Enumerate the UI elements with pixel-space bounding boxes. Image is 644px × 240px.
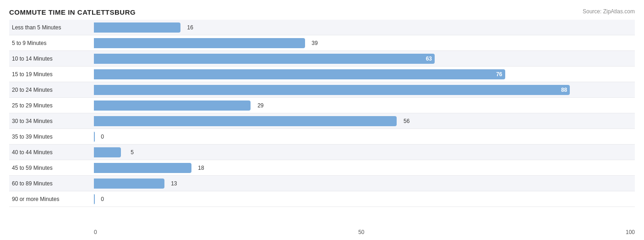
- bar-row: 45 to 59 Minutes18: [9, 160, 635, 176]
- bar-track: 18: [94, 160, 635, 175]
- x-tick: 100: [626, 229, 635, 235]
- bar-value: 76: [496, 71, 502, 78]
- bar-fill: 16: [94, 22, 180, 33]
- bar-track: 56: [94, 113, 635, 128]
- bar-row: 5 to 9 Minutes39: [9, 35, 635, 51]
- bar-label: 60 to 89 Minutes: [9, 180, 94, 187]
- bar-value: 29: [257, 102, 263, 109]
- bar-fill: 56: [94, 116, 397, 126]
- bar-track: 39: [94, 35, 635, 50]
- bar-label: 15 to 19 Minutes: [9, 71, 94, 78]
- bar-track: 29: [94, 98, 635, 113]
- bar-row: 25 to 29 Minutes29: [9, 98, 635, 113]
- bar-track: 0: [94, 129, 635, 144]
- bar-value: 18: [198, 165, 204, 171]
- x-tick: 50: [358, 229, 364, 235]
- bar-fill: 39: [94, 38, 305, 48]
- chart-title: COMMUTE TIME IN CATLETTSBURG: [9, 8, 635, 16]
- bar-label: 40 to 44 Minutes: [9, 149, 94, 156]
- bar-label: 25 to 29 Minutes: [9, 102, 94, 109]
- bar-value: 16: [187, 24, 193, 31]
- bar-track: 88: [94, 82, 635, 97]
- bar-value: 88: [561, 87, 567, 93]
- bar-label: 35 to 39 Minutes: [9, 134, 94, 140]
- bar-label: 5 to 9 Minutes: [9, 40, 94, 46]
- bar-value: 63: [426, 56, 432, 62]
- bar-fill: 29: [94, 100, 251, 111]
- x-axis: 050100: [94, 227, 635, 235]
- bar-track: 0: [94, 191, 635, 207]
- bar-track: 16: [94, 20, 635, 35]
- bar-fill: 0: [94, 194, 95, 204]
- bar-row: 40 to 44 Minutes5: [9, 145, 635, 160]
- bar-row: Less than 5 Minutes16: [9, 20, 635, 35]
- bar-fill: 0: [94, 132, 95, 142]
- bar-value: 5: [131, 149, 134, 156]
- bar-row: 20 to 24 Minutes88: [9, 82, 635, 98]
- chart-container: COMMUTE TIME IN CATLETTSBURG Source: Zip…: [0, 0, 644, 240]
- bar-label: 20 to 24 Minutes: [9, 87, 94, 93]
- bar-value: 56: [404, 118, 409, 124]
- bar-fill: 18: [94, 163, 191, 173]
- bar-fill: 63: [94, 54, 435, 64]
- bar-row: 90 or more Minutes0: [9, 191, 635, 207]
- bar-row: 60 to 89 Minutes13: [9, 176, 635, 191]
- bar-row: 15 to 19 Minutes76: [9, 67, 635, 82]
- bar-value: 39: [311, 40, 317, 46]
- bar-value: 13: [171, 180, 177, 187]
- bar-value: 0: [101, 134, 104, 140]
- bar-label: 30 to 34 Minutes: [9, 118, 94, 124]
- bar-label: 90 or more Minutes: [9, 196, 94, 202]
- bar-track: 63: [94, 51, 635, 66]
- bar-fill: 13: [94, 179, 164, 189]
- bar-track: 76: [94, 67, 635, 82]
- source-label: Source: ZipAtlas.com: [583, 8, 635, 15]
- bar-label: 45 to 59 Minutes: [9, 165, 94, 171]
- bar-fill: 88: [94, 85, 570, 95]
- bar-fill: 76: [94, 69, 505, 79]
- x-tick: 0: [94, 229, 97, 235]
- bar-row: 30 to 34 Minutes56: [9, 113, 635, 129]
- bar-track: 13: [94, 176, 635, 191]
- bar-value: 0: [101, 196, 104, 202]
- bar-label: Less than 5 Minutes: [9, 24, 94, 31]
- bars-area: Less than 5 Minutes165 to 9 Minutes3910 …: [9, 20, 635, 206]
- bar-label: 10 to 14 Minutes: [9, 56, 94, 62]
- bar-fill: 5: [94, 147, 121, 157]
- bar-track: 5: [94, 145, 635, 160]
- bar-row: 10 to 14 Minutes63: [9, 51, 635, 67]
- bar-row: 35 to 39 Minutes0: [9, 129, 635, 145]
